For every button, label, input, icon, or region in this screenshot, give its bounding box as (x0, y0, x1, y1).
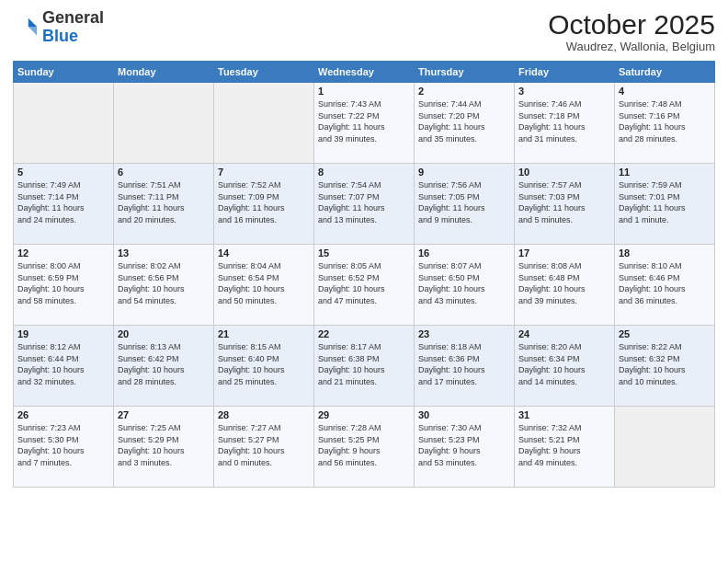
day-number: 27 (118, 409, 210, 420)
calendar-cell: 19Sunrise: 8:12 AM Sunset: 6:44 PM Dayli… (14, 326, 114, 407)
day-number: 28 (218, 409, 310, 420)
calendar-cell: 3Sunrise: 7:46 AM Sunset: 7:18 PM Daylig… (515, 83, 615, 164)
day-info: Sunrise: 8:12 AM Sunset: 6:44 PM Dayligh… (17, 341, 109, 387)
day-info: Sunrise: 7:46 AM Sunset: 7:18 PM Dayligh… (518, 98, 610, 144)
calendar-cell: 14Sunrise: 8:04 AM Sunset: 6:54 PM Dayli… (214, 245, 314, 326)
calendar-cell: 16Sunrise: 8:07 AM Sunset: 6:50 PM Dayli… (415, 245, 515, 326)
calendar-cell: 12Sunrise: 8:00 AM Sunset: 6:59 PM Dayli… (14, 245, 114, 326)
day-number: 12 (17, 247, 109, 259)
day-number: 3 (518, 86, 610, 97)
calendar-cell: 21Sunrise: 8:15 AM Sunset: 6:40 PM Dayli… (214, 326, 314, 407)
day-info: Sunrise: 8:22 AM Sunset: 6:32 PM Dayligh… (619, 341, 711, 387)
day-number: 4 (619, 86, 711, 97)
day-number: 10 (518, 167, 610, 178)
day-info: Sunrise: 7:51 AM Sunset: 7:11 PM Dayligh… (118, 179, 210, 225)
day-info: Sunrise: 8:08 AM Sunset: 6:48 PM Dayligh… (518, 260, 610, 306)
calendar-cell: 1Sunrise: 7:43 AM Sunset: 7:22 PM Daylig… (314, 83, 415, 164)
day-number: 20 (118, 328, 210, 339)
calendar-week-3: 12Sunrise: 8:00 AM Sunset: 6:59 PM Dayli… (14, 245, 715, 326)
calendar-cell: 7Sunrise: 7:52 AM Sunset: 7:09 PM Daylig… (214, 164, 314, 245)
day-info: Sunrise: 8:00 AM Sunset: 6:59 PM Dayligh… (17, 260, 109, 306)
location-subtitle: Waudrez, Wallonia, Belgium (548, 40, 715, 53)
day-number: 26 (17, 409, 109, 420)
calendar-cell: 13Sunrise: 8:02 AM Sunset: 6:56 PM Dayli… (114, 245, 214, 326)
day-info: Sunrise: 8:13 AM Sunset: 6:42 PM Dayligh… (118, 341, 210, 387)
calendar-cell: 17Sunrise: 8:08 AM Sunset: 6:48 PM Dayli… (515, 245, 615, 326)
calendar-cell: 6Sunrise: 7:51 AM Sunset: 7:11 PM Daylig… (114, 164, 214, 245)
day-info: Sunrise: 7:25 AM Sunset: 5:29 PM Dayligh… (118, 422, 210, 468)
calendar-cell: 25Sunrise: 8:22 AM Sunset: 6:32 PM Dayli… (615, 326, 715, 407)
day-info: Sunrise: 7:57 AM Sunset: 7:03 PM Dayligh… (518, 179, 610, 225)
day-info: Sunrise: 7:54 AM Sunset: 7:07 PM Dayligh… (318, 179, 410, 225)
day-info: Sunrise: 7:30 AM Sunset: 5:23 PM Dayligh… (418, 422, 510, 468)
calendar-cell (615, 407, 715, 488)
day-number: 16 (418, 247, 510, 259)
day-info: Sunrise: 7:48 AM Sunset: 7:16 PM Dayligh… (619, 98, 711, 144)
day-number: 25 (619, 328, 711, 339)
calendar-body: 1Sunrise: 7:43 AM Sunset: 7:22 PM Daylig… (14, 83, 715, 488)
day-number: 24 (518, 328, 610, 339)
calendar-cell: 4Sunrise: 7:48 AM Sunset: 7:16 PM Daylig… (615, 83, 715, 164)
day-number: 2 (418, 86, 510, 97)
day-number: 14 (218, 247, 310, 259)
weekday-header-wednesday: Wednesday (314, 62, 415, 83)
day-info: Sunrise: 8:17 AM Sunset: 6:38 PM Dayligh… (318, 341, 410, 387)
calendar-cell: 27Sunrise: 7:25 AM Sunset: 5:29 PM Dayli… (114, 407, 214, 488)
calendar-cell: 28Sunrise: 7:27 AM Sunset: 5:27 PM Dayli… (214, 407, 314, 488)
calendar-cell: 26Sunrise: 7:23 AM Sunset: 5:30 PM Dayli… (14, 407, 114, 488)
day-number: 11 (619, 167, 711, 178)
weekday-header-friday: Friday (515, 62, 615, 83)
weekday-header-monday: Monday (114, 62, 214, 83)
calendar-cell: 20Sunrise: 8:13 AM Sunset: 6:42 PM Dayli… (114, 326, 214, 407)
calendar-cell: 22Sunrise: 8:17 AM Sunset: 6:38 PM Dayli… (314, 326, 415, 407)
day-info: Sunrise: 7:59 AM Sunset: 7:01 PM Dayligh… (619, 179, 711, 225)
day-number: 21 (218, 328, 310, 339)
calendar-week-5: 26Sunrise: 7:23 AM Sunset: 5:30 PM Dayli… (14, 407, 715, 488)
calendar-week-1: 1Sunrise: 7:43 AM Sunset: 7:22 PM Daylig… (14, 83, 715, 164)
day-number: 1 (318, 86, 410, 97)
logo-blue: Blue (42, 27, 78, 45)
calendar-cell (214, 83, 314, 164)
day-number: 5 (17, 167, 109, 178)
weekday-header-sunday: Sunday (14, 62, 114, 83)
logo: General Blue (13, 9, 104, 46)
day-number: 19 (17, 328, 109, 339)
calendar-week-4: 19Sunrise: 8:12 AM Sunset: 6:44 PM Dayli… (14, 326, 715, 407)
svg-marker-1 (28, 27, 37, 35)
day-info: Sunrise: 7:27 AM Sunset: 5:27 PM Dayligh… (218, 422, 310, 468)
calendar-cell: 30Sunrise: 7:30 AM Sunset: 5:23 PM Dayli… (415, 407, 515, 488)
calendar-cell: 15Sunrise: 8:05 AM Sunset: 6:52 PM Dayli… (314, 245, 415, 326)
calendar-cell: 18Sunrise: 8:10 AM Sunset: 6:46 PM Dayli… (615, 245, 715, 326)
day-number: 6 (118, 167, 210, 178)
month-title: October 2025 (548, 9, 715, 40)
day-info: Sunrise: 8:04 AM Sunset: 6:54 PM Dayligh… (218, 260, 310, 306)
day-number: 30 (418, 409, 510, 420)
calendar-cell: 9Sunrise: 7:56 AM Sunset: 7:05 PM Daylig… (415, 164, 515, 245)
calendar-cell: 10Sunrise: 7:57 AM Sunset: 7:03 PM Dayli… (515, 164, 615, 245)
day-number: 17 (518, 247, 610, 259)
calendar-cell (14, 83, 114, 164)
day-info: Sunrise: 8:07 AM Sunset: 6:50 PM Dayligh… (418, 260, 510, 306)
calendar-cell: 8Sunrise: 7:54 AM Sunset: 7:07 PM Daylig… (314, 164, 415, 245)
day-number: 7 (218, 167, 310, 178)
day-info: Sunrise: 8:18 AM Sunset: 6:36 PM Dayligh… (418, 341, 510, 387)
day-info: Sunrise: 7:43 AM Sunset: 7:22 PM Dayligh… (318, 98, 410, 144)
day-number: 8 (318, 167, 410, 178)
day-info: Sunrise: 7:52 AM Sunset: 7:09 PM Dayligh… (218, 179, 310, 225)
weekday-header-saturday: Saturday (615, 62, 715, 83)
day-number: 9 (418, 167, 510, 178)
weekday-row: SundayMondayTuesdayWednesdayThursdayFrid… (14, 62, 715, 83)
logo-icon (13, 15, 39, 40)
calendar-cell: 31Sunrise: 7:32 AM Sunset: 5:21 PM Dayli… (515, 407, 615, 488)
calendar-cell: 11Sunrise: 7:59 AM Sunset: 7:01 PM Dayli… (615, 164, 715, 245)
day-info: Sunrise: 7:32 AM Sunset: 5:21 PM Dayligh… (518, 422, 610, 468)
day-info: Sunrise: 8:10 AM Sunset: 6:46 PM Dayligh… (619, 260, 711, 306)
day-number: 15 (318, 247, 410, 259)
day-number: 22 (318, 328, 410, 339)
calendar-week-2: 5Sunrise: 7:49 AM Sunset: 7:14 PM Daylig… (14, 164, 715, 245)
day-number: 23 (418, 328, 510, 339)
day-info: Sunrise: 8:20 AM Sunset: 6:34 PM Dayligh… (518, 341, 610, 387)
day-info: Sunrise: 8:15 AM Sunset: 6:40 PM Dayligh… (218, 341, 310, 387)
calendar-cell: 29Sunrise: 7:28 AM Sunset: 5:25 PM Dayli… (314, 407, 415, 488)
logo-general: General (42, 8, 104, 27)
